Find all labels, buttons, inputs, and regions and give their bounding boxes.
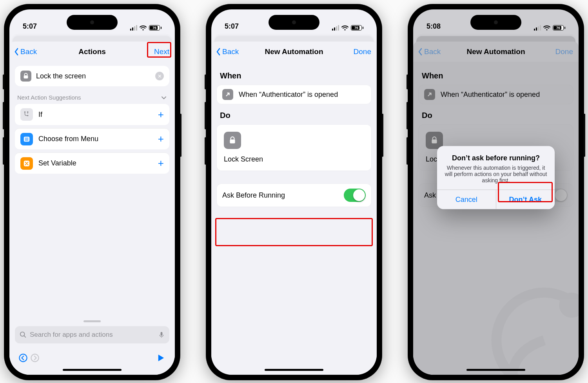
- navbar: Back Actions Next: [9, 42, 175, 62]
- wifi-icon: [341, 25, 348, 31]
- dynamic-island: [269, 15, 319, 30]
- next-button[interactable]: Next: [154, 42, 169, 62]
- action-search-pill[interactable]: Lock the screen ✕: [15, 66, 169, 86]
- wifi-icon: [140, 25, 147, 31]
- mic-icon[interactable]: [158, 331, 165, 339]
- suggestions-header: Next Action Suggestions: [17, 94, 167, 101]
- undo-button[interactable]: [17, 352, 29, 364]
- search-value: Lock the screen: [36, 72, 151, 80]
- suggestion-menu[interactable]: Choose from Menu +: [15, 128, 169, 149]
- clear-icon[interactable]: ✕: [155, 72, 164, 80]
- search-icon: [20, 331, 27, 338]
- battery-icon: 76: [553, 25, 565, 31]
- home-indicator[interactable]: [63, 369, 122, 371]
- status-time: 5:08: [426, 22, 441, 31]
- alert: Don’t ask before running? Whenever this …: [437, 146, 555, 209]
- wifi-icon: [543, 25, 550, 31]
- home-indicator[interactable]: [265, 369, 323, 371]
- add-icon[interactable]: +: [158, 157, 164, 169]
- status-time: 5:07: [225, 22, 239, 31]
- redo-button: [29, 352, 41, 364]
- variable-icon: [20, 157, 33, 170]
- when-row[interactable]: When “Authenticator” is opened: [217, 85, 371, 104]
- battery-icon: 76: [351, 25, 363, 31]
- nav-title: New Automation: [265, 47, 323, 56]
- svg-point-15: [24, 111, 26, 113]
- svg-point-16: [27, 111, 29, 113]
- suggestion-if[interactable]: If +: [15, 104, 169, 125]
- battery-icon: 76: [149, 25, 162, 31]
- back-button[interactable]: Back: [216, 42, 239, 62]
- done-button[interactable]: Done: [354, 42, 371, 62]
- back-button[interactable]: Back: [14, 42, 37, 62]
- add-icon[interactable]: +: [158, 109, 164, 121]
- lock-icon: [20, 71, 31, 82]
- status-time: 5:07: [23, 22, 37, 31]
- run-button[interactable]: [155, 352, 167, 364]
- phone-1: 5:07 76 Back Actions Next Lock: [4, 4, 180, 380]
- ask-toggle[interactable]: [344, 189, 366, 202]
- lock-icon: [224, 132, 241, 149]
- chevron-left-icon: [216, 48, 221, 56]
- dynamic-island: [67, 15, 118, 30]
- navbar: Back New Automation Done: [211, 42, 377, 62]
- home-indicator[interactable]: [466, 369, 525, 371]
- cellular-icon: [130, 25, 137, 31]
- cellular-icon: [332, 25, 339, 31]
- phone-2: 5:07 76 Back New Automation Done When: [206, 4, 382, 380]
- chevron-down-icon[interactable]: [161, 95, 167, 100]
- drag-handle[interactable]: [83, 320, 101, 322]
- suggestion-var[interactable]: Set Variable +: [15, 152, 169, 174]
- chevron-left-icon: [14, 48, 19, 56]
- do-header: Do: [220, 111, 368, 120]
- do-card[interactable]: Lock Screen: [217, 125, 371, 171]
- bottom-search[interactable]: Search for apps and actions: [15, 326, 169, 343]
- open-app-icon: [222, 89, 233, 100]
- alert-cancel-button[interactable]: Cancel: [437, 190, 496, 209]
- alert-message: Whenever this automation is triggered, i…: [444, 164, 548, 183]
- branch-icon: [20, 108, 33, 121]
- add-icon[interactable]: +: [158, 133, 164, 145]
- when-header: When: [220, 71, 368, 80]
- dynamic-island: [470, 15, 521, 30]
- ask-before-running-row[interactable]: Ask Before Running: [217, 184, 371, 207]
- nav-title: Actions: [78, 47, 106, 56]
- alert-title: Don’t ask before running?: [444, 154, 548, 162]
- alert-confirm-button[interactable]: Don’t Ask: [496, 190, 555, 209]
- svg-point-17: [27, 115, 29, 116]
- cellular-icon: [534, 25, 541, 31]
- phone-3: 5:08 76 Back New Automation Done When: [408, 4, 584, 380]
- menu-icon: [20, 133, 33, 145]
